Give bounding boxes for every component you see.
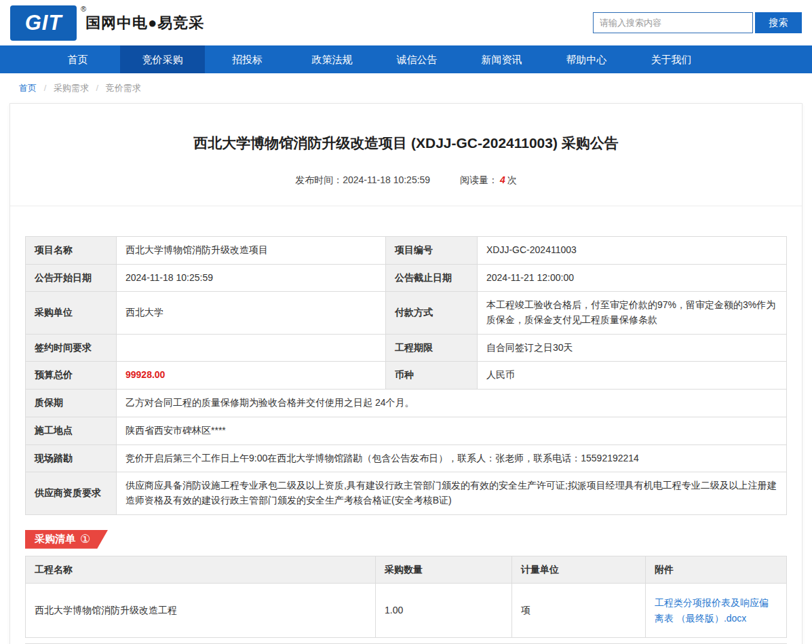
cell-unit: 项 — [512, 584, 646, 638]
field-label-signing-time: 签约时间要求 — [26, 334, 117, 362]
nav-item-policy[interactable]: 政策法规 — [290, 45, 374, 73]
table-row: 公告开始日期 2024-11-18 10:25:59 公告截止日期 2024-1… — [26, 264, 787, 292]
search-button[interactable]: 搜索 — [755, 12, 802, 33]
field-value-total-budget: 99928.00 — [117, 362, 386, 390]
field-value-site-survey: 竞价开启后第三个工作日上午9:00在西北大学博物馆踏勘（包含公告发布日），联系人… — [117, 444, 787, 472]
table-row: 签约时间要求 工程期限 自合同签订之日30天 — [26, 334, 787, 362]
nav-item-integrity-notice[interactable]: 诚信公告 — [374, 45, 459, 73]
breadcrumb-item-procurement-demand[interactable]: 采购需求 — [54, 83, 89, 93]
field-value-currency: 人民币 — [478, 362, 787, 390]
site-title: 国网中电●易竞采 — [85, 13, 204, 33]
nav-item-about-us[interactable]: 关于我们 — [629, 45, 714, 73]
column-header-attachment: 附件 — [646, 556, 787, 584]
purchase-list-ribbon: 采购清单 ① — [25, 530, 108, 549]
logo-box[interactable]: GIT ® — [10, 5, 77, 41]
field-value-warranty: 乙方对合同工程的质量保修期为验收合格并交付使用之日起 24个月。 — [117, 390, 787, 417]
nav-item-home[interactable]: 首页 — [35, 45, 120, 73]
announcement-card: 西北大学博物馆消防升级改造项目 (XDJJ-GC-202411003) 采购公告… — [9, 103, 803, 644]
table-row: 采购单位 西北大学 付款方式 本工程竣工验收合格后，付至审定价款的97%，留审定… — [26, 292, 787, 334]
search-input[interactable] — [593, 12, 753, 33]
publish-time-label: 发布时间： — [295, 174, 343, 185]
announcement-meta-wrap: 发布时间：2024-11-18 10:25:59 阅读量：4次 — [10, 174, 802, 206]
field-label-site-survey: 现场踏勘 — [26, 444, 117, 472]
circled-one-icon: ① — [80, 533, 90, 545]
cell-project-name: 西北大学博物馆消防升级改造工程 — [26, 584, 376, 638]
table-row: 施工地点 陕西省西安市碑林区**** — [26, 417, 787, 444]
views: 阅读量：4次 — [460, 174, 517, 185]
page-title: 西北大学博物馆消防升级改造项目 (XDJJ-GC-202411003) 采购公告 — [25, 134, 787, 153]
purchase-list-section-header: 采购清单 ① — [25, 530, 787, 549]
field-value-project-code: XDJJ-GC-202411003 — [478, 237, 787, 265]
project-info-table: 项目名称 西北大学博物馆消防升级改造项目 项目编号 XDJJ-GC-202411… — [25, 236, 787, 515]
field-label-warranty: 质保期 — [26, 390, 117, 417]
field-label-project-duration: 工程期限 — [386, 334, 478, 362]
field-value-start-date: 2024-11-18 10:25:59 — [117, 264, 386, 292]
column-header-quantity: 采购数量 — [376, 556, 512, 584]
views-unit: 次 — [507, 174, 517, 185]
site-logo[interactable]: GIT ® 国网中电●易竞采 — [10, 5, 204, 41]
field-label-start-date: 公告开始日期 — [26, 264, 117, 292]
nav-item-tender[interactable]: 招投标 — [205, 45, 290, 73]
cell-quantity: 1.00 — [376, 584, 512, 638]
attachment-link[interactable]: 工程类分项报价表及响应偏离表 （最终版）.docx — [655, 595, 777, 626]
breadcrumb-item-bidding-demand: 竞价需求 — [106, 83, 141, 93]
purchase-list-table: 工程名称 采购数量 计量单位 附件 西北大学博物馆消防升级改造工程 1.00 项… — [25, 556, 787, 639]
nav-item-help-center[interactable]: 帮助中心 — [544, 45, 629, 73]
purchase-list-label: 采购清单 — [35, 533, 75, 546]
logo-git-text: GIT — [25, 11, 62, 35]
field-value-end-date: 2024-11-21 12:00:00 — [478, 264, 787, 292]
field-label-project-name: 项目名称 — [26, 237, 117, 265]
field-value-project-duration: 自合同签订之日30天 — [478, 334, 787, 362]
field-value-supplier-qualification: 供应商应具备消防设施工程专业承包二级及以上资质,具有建设行政主管部门颁发的有效的… — [117, 472, 787, 514]
column-header-unit: 计量单位 — [512, 556, 646, 584]
field-label-purchaser: 采购单位 — [26, 292, 117, 334]
column-header-project-name: 工程名称 — [26, 556, 376, 584]
table-row: 西北大学博物馆消防升级改造工程 1.00 项 工程类分项报价表及响应偏离表 （最… — [26, 584, 787, 638]
publish-time: 发布时间：2024-11-18 10:25:59 — [295, 174, 430, 185]
search-area: 搜索 — [593, 12, 802, 33]
table-row: 质保期 乙方对合同工程的质量保修期为验收合格并交付使用之日起 24个月。 — [26, 390, 787, 417]
main-nav: 首页 竞价采购 招投标 政策法规 诚信公告 新闻资讯 帮助中心 关于我们 — [0, 45, 812, 73]
registered-mark-icon: ® — [81, 5, 86, 13]
field-label-supplier-qualification: 供应商资质要求 — [26, 472, 117, 514]
cell-attachment: 工程类分项报价表及响应偏离表 （最终版）.docx — [646, 584, 787, 638]
breadcrumb: 首页 / 采购需求 / 竞价需求 — [0, 73, 812, 101]
breadcrumb-separator: / — [44, 83, 47, 93]
field-label-project-code: 项目编号 — [386, 237, 478, 265]
table-row: 供应商资质要求 供应商应具备消防设施工程专业承包二级及以上资质,具有建设行政主管… — [26, 472, 787, 514]
field-value-project-name: 西北大学博物馆消防升级改造项目 — [117, 237, 386, 265]
table-row: 现场踏勘 竞价开启后第三个工作日上午9:00在西北大学博物馆踏勘（包含公告发布日… — [26, 444, 787, 472]
field-label-end-date: 公告截止日期 — [386, 264, 478, 292]
publish-time-value: 2024-11-18 10:25:59 — [343, 174, 430, 185]
field-label-payment-method: 付款方式 — [386, 292, 478, 334]
breadcrumb-item-home[interactable]: 首页 — [19, 83, 37, 93]
field-label-currency: 币种 — [386, 362, 478, 390]
field-value-signing-time — [117, 334, 386, 362]
table-header-row: 工程名称 采购数量 计量单位 附件 — [26, 556, 787, 584]
table-row: 预算总价 99928.00 币种 人民币 — [26, 362, 787, 390]
nav-item-news[interactable]: 新闻资讯 — [459, 45, 544, 73]
table-row: 项目名称 西北大学博物馆消防升级改造项目 项目编号 XDJJ-GC-202411… — [26, 237, 787, 265]
breadcrumb-separator: / — [96, 83, 99, 93]
field-value-site-location: 陕西省西安市碑林区**** — [117, 417, 787, 444]
nav-item-bidding-purchase[interactable]: 竞价采购 — [120, 45, 205, 73]
views-count: 4 — [500, 174, 505, 185]
field-label-total-budget: 预算总价 — [26, 362, 117, 390]
views-label: 阅读量： — [460, 174, 498, 185]
announcement-meta: 发布时间：2024-11-18 10:25:59 阅读量：4次 — [10, 174, 802, 187]
field-value-payment-method: 本工程竣工验收合格后，付至审定价款的97%，留审定金额的3%作为质保金，质保金支… — [478, 292, 787, 334]
top-header: GIT ® 国网中电●易竞采 搜索 — [0, 0, 812, 45]
field-label-site-location: 施工地点 — [26, 417, 117, 444]
field-value-purchaser: 西北大学 — [117, 292, 386, 334]
